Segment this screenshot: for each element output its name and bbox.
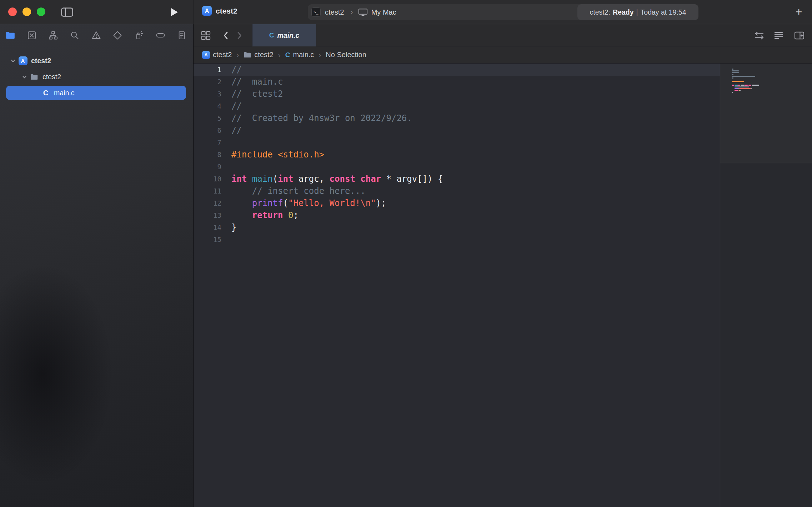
code-line-4[interactable]: 4// xyxy=(194,100,720,112)
tree-row-main-c[interactable]: Cmain.c xyxy=(6,86,186,100)
status-state: Ready xyxy=(613,8,634,16)
code-line-5[interactable]: 5// Created by 4nsw3r on 2022/9/26. xyxy=(194,112,720,124)
run-button[interactable] xyxy=(169,6,180,18)
tab-main-c[interactable]: C main.c xyxy=(252,24,316,46)
breakpoint-navigator-icon[interactable] xyxy=(154,29,166,41)
jump-bar: Actest2›ctest2›Cmain.c›No Selection xyxy=(194,46,812,64)
line-number[interactable]: 7 xyxy=(194,136,221,149)
code-line-7[interactable]: 7 xyxy=(194,136,720,149)
minimap[interactable] xyxy=(720,64,812,507)
toggle-sidebar-button[interactable] xyxy=(60,6,74,18)
minimize-button[interactable] xyxy=(22,7,31,16)
line-number[interactable]: 15 xyxy=(194,234,221,246)
debug-navigator-icon[interactable] xyxy=(133,29,145,41)
report-navigator-icon[interactable] xyxy=(176,29,188,41)
status-time: Today at 19:54 xyxy=(641,8,686,16)
xcode-project-icon: A xyxy=(17,56,28,65)
chevron-right-icon: › xyxy=(350,7,353,17)
line-number[interactable]: 1 xyxy=(194,64,221,76)
line-number[interactable]: 11 xyxy=(194,185,221,197)
minimap-line xyxy=(732,81,759,82)
code-text: printf("Hello, World!\n"); xyxy=(231,197,386,209)
jumpbar-item-ctest2[interactable]: Actest2 xyxy=(202,51,232,59)
editor-tab-bar: C main.c xyxy=(194,24,812,46)
tab-overview-button[interactable] xyxy=(199,24,212,46)
source-editor[interactable]: 1//2// main.c3// ctest24//5// Created by… xyxy=(194,64,720,507)
line-number[interactable]: 5 xyxy=(194,112,221,124)
minimap-line xyxy=(732,92,759,93)
code-line-1[interactable]: 1// xyxy=(194,64,720,76)
jumpbar-label: No Selection xyxy=(326,51,366,59)
project-navigator-icon[interactable] xyxy=(4,29,16,41)
c-icon: C xyxy=(285,51,290,59)
line-number[interactable]: 12 xyxy=(194,197,221,209)
line-number[interactable]: 6 xyxy=(194,124,221,136)
line-number[interactable]: 14 xyxy=(194,221,221,234)
line-number[interactable]: 4 xyxy=(194,100,221,112)
breadcrumb-separator: › xyxy=(319,51,321,59)
code-line-13[interactable]: 13 return 0; xyxy=(194,209,720,221)
symbol-navigator-icon[interactable] xyxy=(47,29,59,41)
minimap-line xyxy=(732,77,759,79)
code-text: int main(int argc, const char * argv[]) … xyxy=(231,173,443,185)
minimap-line xyxy=(732,70,759,71)
code-line-15[interactable]: 15 xyxy=(194,234,720,246)
status-project: ctest2: xyxy=(590,8,610,16)
code-line-3[interactable]: 3// ctest2 xyxy=(194,88,720,100)
line-number[interactable]: 3 xyxy=(194,88,221,100)
code-line-14[interactable]: 14} xyxy=(194,221,720,234)
window-project-badge: A ctest2 xyxy=(202,6,237,16)
activity-status[interactable]: ctest2: Ready | Today at 19:54 xyxy=(577,4,698,20)
code-line-11[interactable]: 11 // insert code here... xyxy=(194,185,720,197)
scheme-selector[interactable]: >_ ctest2 › My Mac ctest2: Ready | Today… xyxy=(308,4,698,20)
library-add-button[interactable]: + xyxy=(793,6,805,18)
folder-icon xyxy=(29,74,40,80)
editor-options-button[interactable] xyxy=(772,24,785,46)
tree-row-ctest2[interactable]: ctest2 xyxy=(6,70,186,84)
code-review-button[interactable] xyxy=(753,24,766,46)
run-destination[interactable]: My Mac xyxy=(371,8,396,16)
code-line-10[interactable]: 10int main(int argc, const char * argv[]… xyxy=(194,173,720,185)
minimap-content xyxy=(732,69,759,95)
close-button[interactable] xyxy=(8,7,17,16)
tabbar-divider xyxy=(216,31,216,40)
disclosure-chevron-icon[interactable] xyxy=(8,58,17,64)
line-number[interactable]: 8 xyxy=(194,149,221,161)
toolbar-divider xyxy=(194,0,194,24)
jumpbar-item-no-selection[interactable]: No Selection xyxy=(326,51,366,59)
disclosure-chevron-icon[interactable] xyxy=(20,74,29,80)
breadcrumb-separator: › xyxy=(278,51,281,59)
zoom-button[interactable] xyxy=(37,7,45,16)
code-text: // xyxy=(231,124,242,136)
jumpbar-item-ctest2[interactable]: ctest2 xyxy=(244,51,273,59)
code-line-2[interactable]: 2// main.c xyxy=(194,76,720,88)
line-number[interactable]: 9 xyxy=(194,161,221,173)
tree-item-label: main.c xyxy=(54,89,74,97)
jumpbar-label: ctest2 xyxy=(254,51,273,59)
go-back-button[interactable] xyxy=(219,24,232,46)
tree-row-ctest2[interactable]: Actest2 xyxy=(6,54,186,68)
code-line-12[interactable]: 12 printf("Hello, World!\n"); xyxy=(194,197,720,209)
go-forward-button[interactable] xyxy=(233,24,246,46)
line-number[interactable]: 2 xyxy=(194,76,221,88)
xcode-icon: A xyxy=(202,51,210,59)
test-navigator-icon[interactable] xyxy=(111,29,124,41)
code-text: return 0; xyxy=(231,209,299,221)
code-line-6[interactable]: 6// xyxy=(194,124,720,136)
code-text: #include <stdio.h> xyxy=(231,149,324,161)
play-icon xyxy=(170,7,179,17)
jumpbar-item-main-c[interactable]: Cmain.c xyxy=(285,51,314,59)
mac-icon xyxy=(358,8,368,16)
line-number[interactable]: 13 xyxy=(194,209,221,221)
code-line-8[interactable]: 8#include <stdio.h> xyxy=(194,149,720,161)
toolbar: A ctest2 >_ ctest2 › My Mac ctest2: Read… xyxy=(0,0,812,24)
code-line-9[interactable]: 9 xyxy=(194,161,720,173)
add-editor-button[interactable] xyxy=(793,24,806,46)
code-text: // ctest2 xyxy=(231,88,283,100)
source-control-navigator-icon[interactable] xyxy=(26,29,38,41)
scheme-name[interactable]: ctest2 xyxy=(325,8,344,16)
line-number[interactable]: 10 xyxy=(194,173,221,185)
find-navigator-icon[interactable] xyxy=(69,29,81,41)
issue-navigator-icon[interactable] xyxy=(90,29,102,41)
traffic-lights xyxy=(8,7,45,16)
